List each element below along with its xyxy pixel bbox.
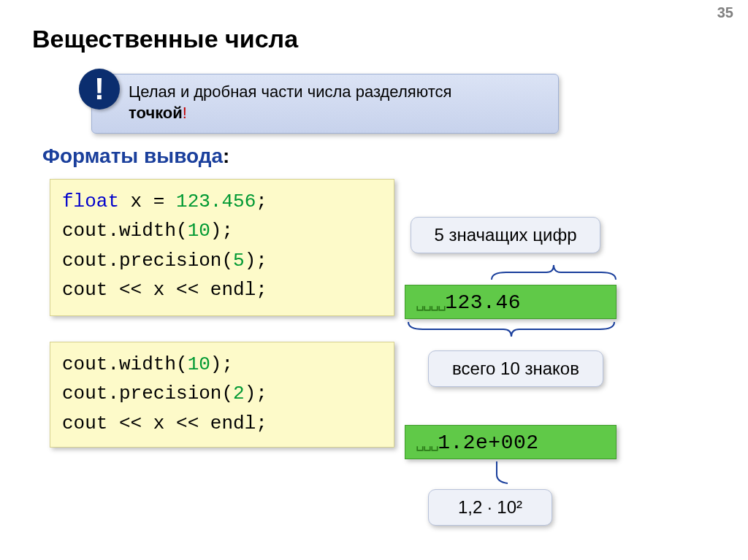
output-value: 123.46 [445,291,521,314]
code-text: ); [245,250,267,272]
slide-title: Вещественные числа [32,25,298,53]
subheading: Форматы вывода: [42,145,229,168]
callout-total-chars: всего 10 знаков [428,350,603,387]
code-number: 123.456 [176,191,256,212]
code-text: ); [245,383,267,404]
output-1: ␣␣␣␣123.46 [405,285,617,319]
code-text: cout << x << endl; [62,279,267,301]
code-text: ); [210,353,233,375]
callout-sci-notation: 1,2 · 10² [428,489,552,526]
code-text: ); [210,220,233,242]
subheading-colon: : [223,145,229,167]
output-spaces: ␣␣␣ [416,435,438,452]
code-block-2: cout.width(10); cout.precision(2); cout … [50,342,394,448]
page-number: 35 [717,4,733,21]
code-text: cout.precision( [62,250,233,272]
code-keyword: float [62,191,119,212]
code-number: 10 [188,220,210,242]
callout-sig-digits: 5 значащих цифр [411,217,600,253]
code-block-1: float x = 123.456; cout.width(10); cout.… [50,179,394,316]
code-number: 2 [233,383,245,404]
note-text: Целая и дробная части числа разделяются [129,83,451,101]
brace-bottom-icon [405,318,618,340]
pointer-icon [475,461,519,488]
code-text: x = [119,191,176,212]
output-spaces: ␣␣␣␣ [416,295,445,312]
note-strong: точкой [129,104,183,122]
output-2: ␣␣␣1.2e+002 [405,425,617,459]
code-text: cout << x << endl; [62,413,267,434]
code-text: ; [256,191,267,212]
exclamation-badge: ! [79,69,120,110]
brace-top-icon [488,261,619,283]
code-number: 10 [188,353,210,375]
note-box: Целая и дробная части числа разделяются … [91,74,559,134]
code-number: 5 [233,250,245,272]
output-value: 1.2e+002 [438,431,538,454]
subheading-text: Форматы вывода [42,145,223,167]
code-text: cout.width( [62,353,188,375]
code-text: cout.precision( [62,383,233,404]
note-punct: ! [183,104,187,122]
code-text: cout.width( [62,220,188,242]
